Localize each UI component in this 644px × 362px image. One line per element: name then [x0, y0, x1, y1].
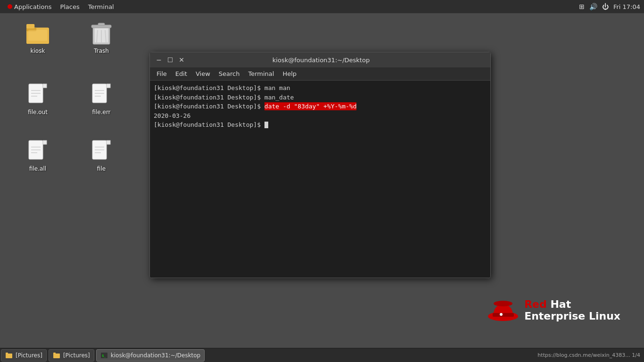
terminal-titlebar[interactable]: − ☐ ✕ kiosk@foundation31:~/Desktop — [150, 52, 490, 67]
terminal-cursor — [264, 122, 268, 128]
taskbar-url-text: https://blog.csdn.me/weixin_4383... 1/4 — [537, 352, 640, 358]
desktop: kiosk Trash — [0, 13, 644, 348]
volume-icon[interactable]: 🔊 — [589, 3, 597, 10]
svg-rect-6 — [98, 23, 105, 25]
desktop-icon-file-err[interactable]: file.err — [83, 84, 120, 116]
window-close-button[interactable]: ✕ — [176, 55, 187, 65]
taskbar-label-pictures1: [Pictures] — [16, 352, 42, 359]
terminal-line-1: [kiosk@foundation31 Desktop]$ man man — [154, 83, 487, 93]
taskbar-folder-icon-2 — [53, 352, 60, 359]
terminal-menubar: File Edit View Search Terminal Help — [150, 67, 490, 81]
datetime-label: Fri 17:04 — [613, 3, 640, 10]
redhat-enterprise: Enterprise Linux — [524, 311, 620, 322]
places-label: Places — [60, 3, 79, 10]
terminal-line-4: 2020-03-26 — [154, 111, 487, 121]
terminal-prompt-3: [kiosk@foundation31 Desktop]$ — [154, 103, 264, 110]
svg-point-38 — [500, 313, 503, 316]
trash-label: Trash — [92, 47, 110, 55]
terminal-title: kiosk@foundation31:~/Desktop — [187, 57, 455, 64]
svg-rect-31 — [107, 140, 110, 144]
redhat-logo: Red Hat Enterprise Linux — [488, 296, 620, 324]
svg-rect-3 — [28, 30, 47, 41]
svg-text:$_: $_ — [102, 354, 106, 358]
terminal-cmd-3: date -d "83day" +%Y-%m-%d — [264, 102, 357, 110]
terminal-menu-edit[interactable]: Edit — [172, 69, 191, 78]
topbar-right: ⊞ 🔊 ⏻ Fri 17:04 — [579, 3, 640, 10]
window-minimize-button[interactable]: − — [154, 55, 164, 65]
terminal-line-3: [kiosk@foundation31 Desktop]$ date -d "8… — [154, 102, 487, 111]
desktop-icon-kiosk[interactable]: kiosk — [19, 23, 57, 55]
applications-menu[interactable]: Applications — [4, 2, 55, 11]
redhat-name: Red Hat — [524, 299, 620, 310]
desktop-icon-file-out[interactable]: file.out — [19, 84, 57, 116]
terminal-body[interactable]: [kiosk@foundation31 Desktop]$ man man [k… — [150, 81, 490, 278]
desktop-icon-file[interactable]: file — [83, 140, 120, 173]
kiosk-label: kiosk — [29, 47, 47, 55]
window-buttons: − ☐ ✕ — [154, 55, 187, 65]
file-out-label: file.out — [26, 108, 49, 116]
topbar-left: Applications Places Terminal — [4, 2, 118, 11]
file-label: file — [96, 165, 107, 173]
file-err-icon — [90, 84, 113, 107]
redhat-hat-icon — [488, 296, 519, 324]
applications-label: Applications — [14, 3, 51, 10]
file-all-label: file.all — [28, 165, 48, 173]
taskbar-label-terminal: kiosk@foundation31:~/Desktop — [111, 352, 200, 359]
file-out-icon — [26, 84, 49, 107]
terminal-line-2: [kiosk@foundation31 Desktop]$ man_date — [154, 93, 487, 102]
desktop-icon-trash[interactable]: Trash — [83, 23, 120, 55]
terminal-line-5: [kiosk@foundation31 Desktop]$ — [154, 120, 487, 130]
redhat-red: Red — [524, 298, 547, 310]
terminal-menu-search[interactable]: Search — [215, 69, 244, 78]
svg-rect-2 — [26, 24, 34, 29]
file-icon — [90, 140, 113, 163]
trash-icon — [90, 23, 113, 45]
svg-rect-25 — [43, 140, 47, 144]
terminal-menu-view[interactable]: View — [192, 69, 214, 78]
window-maximize-button[interactable]: ☐ — [165, 55, 175, 65]
svg-rect-37 — [493, 313, 514, 317]
network-icon[interactable]: ⊞ — [579, 3, 585, 10]
taskbar-item-pictures2[interactable]: [Pictures] — [49, 349, 94, 362]
places-menu[interactable]: Places — [56, 2, 83, 11]
terminal-label: Terminal — [88, 3, 114, 10]
svg-point-36 — [494, 301, 512, 306]
svg-rect-19 — [107, 84, 110, 88]
redhat-dot-icon — [8, 4, 12, 9]
svg-rect-10 — [95, 28, 108, 42]
terminal-menu-terminal[interactable]: Terminal — [244, 69, 278, 78]
redhat-text: Red Hat Enterprise Linux — [524, 299, 620, 321]
svg-rect-13 — [43, 84, 47, 88]
taskbar-item-pictures1[interactable]: [Pictures] — [1, 349, 47, 362]
taskbar-label-pictures2: [Pictures] — [63, 352, 90, 359]
svg-rect-42 — [53, 353, 56, 354]
taskbar-terminal-icon: $_ — [100, 352, 108, 359]
taskbar-folder-icon-1 — [5, 352, 13, 359]
terminal-window: − ☐ ✕ kiosk@foundation31:~/Desktop File … — [149, 52, 491, 278]
topbar: Applications Places Terminal ⊞ 🔊 ⏻ Fri 1… — [0, 0, 644, 13]
terminal-menu[interactable]: Terminal — [84, 2, 118, 11]
kiosk-folder-icon — [26, 23, 49, 45]
svg-rect-40 — [6, 353, 8, 354]
desktop-icon-file-all[interactable]: file.all — [19, 140, 57, 173]
taskbar-item-terminal[interactable]: $_ kiosk@foundation31:~/Desktop — [96, 349, 205, 362]
file-err-label: file.err — [91, 108, 112, 116]
terminal-menu-help[interactable]: Help — [279, 69, 300, 78]
terminal-menu-file[interactable]: File — [153, 69, 171, 78]
taskbar-right-area: https://blog.csdn.me/weixin_4383... 1/4 — [534, 352, 644, 358]
file-all-icon — [26, 140, 49, 163]
taskbar: [Pictures] [Pictures] $_ kiosk@foundatio… — [0, 348, 644, 362]
power-icon[interactable]: ⏻ — [602, 3, 609, 10]
